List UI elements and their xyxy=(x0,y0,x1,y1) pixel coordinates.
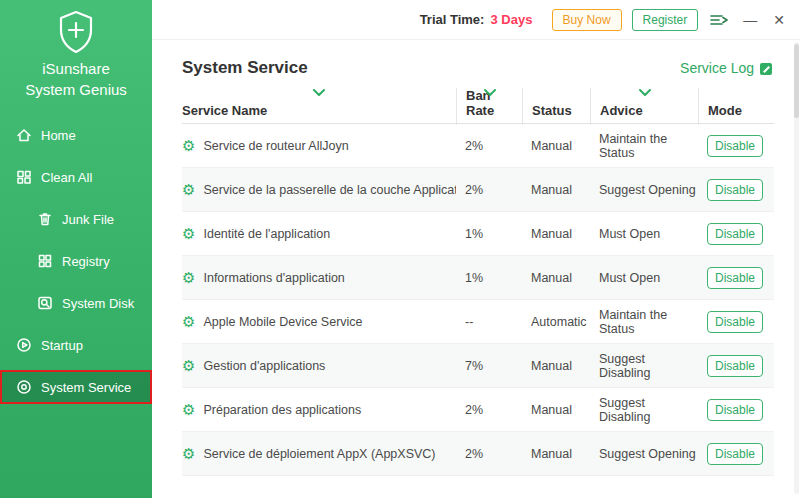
disable-button[interactable]: Disable xyxy=(707,355,763,377)
service-name-cell: ⚙Préparation des applications xyxy=(182,402,456,417)
column-header-advice[interactable]: Advice xyxy=(590,88,698,125)
gear-icon: ⚙ xyxy=(182,358,195,373)
trial-time-value: 3 Days xyxy=(490,12,532,27)
title-row: System Service Service Log xyxy=(182,58,774,78)
mode-cell: Disable xyxy=(698,355,774,377)
mode-cell: Disable xyxy=(698,311,774,333)
column-header-ban-rate[interactable]: Ban Rate xyxy=(456,88,522,125)
page-title: System Service xyxy=(182,58,308,78)
ban-rate-cell: 2% xyxy=(456,403,522,417)
sidebar-item-label: Startup xyxy=(41,338,83,353)
junk-file-icon xyxy=(36,211,53,228)
minimize-button[interactable]: — xyxy=(740,13,760,27)
column-header-label: Service Name xyxy=(182,103,267,118)
table-row: ⚙Service de routeur AllJoyn2%ManualMaint… xyxy=(182,124,774,168)
shield-plus-logo-icon xyxy=(0,0,152,55)
status-cell: Automatic xyxy=(522,315,590,329)
column-header-service-name[interactable]: Service Name xyxy=(182,88,456,125)
service-log-label: Service Log xyxy=(680,60,754,76)
sidebar-item-startup[interactable]: Startup xyxy=(0,328,152,362)
service-name-cell: ⚙Identité de l'application xyxy=(182,226,456,241)
column-header-label: Mode xyxy=(708,103,742,118)
column-header-label: Advice xyxy=(600,103,643,118)
service-name: Service de routeur AllJoyn xyxy=(203,139,348,153)
gear-icon: ⚙ xyxy=(182,314,195,329)
main-content: System Service Service Log Service NameB… xyxy=(152,40,800,498)
disable-button[interactable]: Disable xyxy=(707,311,763,333)
table-row: ⚙Gestion d'applications7%ManualSuggest D… xyxy=(182,344,774,388)
sidebar-item-label: Junk File xyxy=(62,212,114,227)
service-name: Apple Mobile Device Service xyxy=(203,315,362,329)
topbar-right: Buy Now Register — ✕ xyxy=(532,9,788,31)
service-name-cell: ⚙Service de la passerelle de la couche A… xyxy=(182,182,456,197)
chevron-down-icon[interactable] xyxy=(484,89,496,96)
home-icon xyxy=(15,127,32,144)
column-header-mode: Mode xyxy=(698,88,774,125)
sidebar: iSunshare System Genius HomeClean AllJun… xyxy=(0,0,152,498)
sidebar-item-registry[interactable]: Registry xyxy=(0,244,152,278)
vertical-scrollbar-thumb[interactable] xyxy=(794,44,799,118)
advice-cell: Must Open xyxy=(590,227,698,241)
gear-icon: ⚙ xyxy=(182,138,195,153)
chevron-down-icon[interactable] xyxy=(639,89,651,96)
sidebar-item-label: Clean All xyxy=(41,170,92,185)
disable-button[interactable]: Disable xyxy=(707,399,763,421)
gear-icon: ⚙ xyxy=(182,226,195,241)
service-table-body: ⚙Service de routeur AllJoyn2%ManualMaint… xyxy=(182,124,774,476)
close-button[interactable]: ✕ xyxy=(770,13,788,27)
service-log-link[interactable]: Service Log xyxy=(680,60,774,76)
edit-log-icon xyxy=(759,61,774,76)
disable-button[interactable]: Disable xyxy=(707,135,763,157)
advice-cell: Suggest Opening xyxy=(590,183,698,197)
startup-icon xyxy=(15,337,32,354)
status-cell: Manual xyxy=(522,403,590,417)
ban-rate-cell: 1% xyxy=(456,271,522,285)
service-table: Service NameBan RateStatusAdviceMode ⚙Se… xyxy=(182,88,774,476)
sidebar-item-junk-file[interactable]: Junk File xyxy=(0,202,152,236)
advice-cell: Must Open xyxy=(590,271,698,285)
topbar: Trial Time:3 Days Buy Now Register — ✕ xyxy=(152,0,800,40)
sidebar-item-label: System Service xyxy=(41,380,131,395)
ban-rate-cell: 7% xyxy=(456,359,522,373)
mode-cell: Disable xyxy=(698,443,774,465)
column-header-label: Status xyxy=(532,103,572,118)
table-row: ⚙Informations d'application1%ManualMust … xyxy=(182,256,774,300)
disable-button[interactable]: Disable xyxy=(707,179,763,201)
table-row: ⚙Préparation des applications2%ManualSug… xyxy=(182,388,774,432)
skin-menu-icon[interactable] xyxy=(708,13,730,27)
disable-button[interactable]: Disable xyxy=(707,223,763,245)
sidebar-item-home[interactable]: Home xyxy=(0,118,152,152)
system-disk-icon xyxy=(36,295,53,312)
app-title: iSunshare System Genius xyxy=(0,58,152,100)
sidebar-item-label: Home xyxy=(41,128,76,143)
sidebar-item-system-disk[interactable]: System Disk xyxy=(0,286,152,320)
disable-button[interactable]: Disable xyxy=(707,267,763,289)
service-name: Gestion d'applications xyxy=(203,359,325,373)
disable-button[interactable]: Disable xyxy=(707,443,763,465)
gear-icon: ⚙ xyxy=(182,182,195,197)
app-window: { "colors": { "accent": "#2fae63", "tria… xyxy=(0,0,800,498)
registry-icon xyxy=(36,253,53,270)
mode-cell: Disable xyxy=(698,179,774,201)
gear-icon: ⚙ xyxy=(182,402,195,417)
status-cell: Manual xyxy=(522,447,590,461)
mode-cell: Disable xyxy=(698,223,774,245)
status-cell: Manual xyxy=(522,227,590,241)
sidebar-item-system-service[interactable]: System Service xyxy=(0,370,152,404)
table-row: ⚙Apple Mobile Device Service--AutomaticM… xyxy=(182,300,774,344)
chevron-down-icon[interactable] xyxy=(313,89,325,96)
service-name: Identité de l'application xyxy=(203,227,330,241)
ban-rate-cell: 2% xyxy=(456,139,522,153)
service-name: Préparation des applications xyxy=(203,403,361,417)
service-name-cell: ⚙Informations d'application xyxy=(182,270,456,285)
sidebar-item-label: Registry xyxy=(62,254,110,269)
sidebar-item-clean-all[interactable]: Clean All xyxy=(0,160,152,194)
ban-rate-cell: 2% xyxy=(456,447,522,461)
buy-now-button[interactable]: Buy Now xyxy=(552,9,622,31)
service-name-cell: ⚙Apple Mobile Device Service xyxy=(182,314,456,329)
ban-rate-cell: 1% xyxy=(456,227,522,241)
service-table-header: Service NameBan RateStatusAdviceMode xyxy=(182,88,774,124)
ban-rate-cell: -- xyxy=(456,315,522,329)
advice-cell: Suggest Disabling xyxy=(590,396,698,424)
register-button[interactable]: Register xyxy=(632,9,699,31)
